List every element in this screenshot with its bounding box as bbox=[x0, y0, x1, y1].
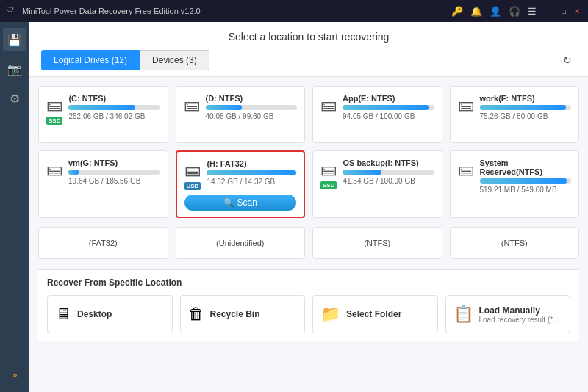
drive-size-OSI: 41.54 GB / 100.00 GB bbox=[343, 177, 434, 185]
recover-icon-desktop: 🖥 bbox=[55, 305, 71, 324]
scan-label: Scan bbox=[237, 197, 257, 208]
drive-card-workF[interactable]: 🖴 work(F: NTFS) 75.26 GB / 80.00 GB 🔍 Sc… bbox=[450, 86, 580, 143]
drive-size-H: 14.32 GB / 14.32 GB bbox=[207, 178, 296, 186]
recover-card-desktop[interactable]: 🖥 Desktop bbox=[47, 295, 173, 333]
drive-icon-D: 🖴 bbox=[184, 94, 200, 115]
drive-card-C[interactable]: 🖴 SSD (C: NTFS) 252.06 GB / 346.02 GB 🔍 … bbox=[38, 86, 168, 143]
drive-size-AppE: 94.05 GB / 100.00 GB bbox=[343, 112, 434, 120]
recover-icon-folder: 📁 bbox=[320, 305, 340, 324]
page-title: Select a location to start recovering bbox=[41, 31, 576, 43]
close-button[interactable]: ✕ bbox=[572, 6, 582, 16]
recover-icon-recycle: 🗑 bbox=[188, 305, 204, 324]
recover-label-desktop: Desktop bbox=[77, 309, 112, 319]
recover-text-manual: Load Manually Load recovery result (*... bbox=[479, 305, 559, 324]
drive-icon-AppE: 🖴 bbox=[320, 94, 337, 115]
drive-bar-wrap-AppE bbox=[343, 105, 434, 110]
small-drives-row: (FAT32)(Unidentified)(NTFS)(NTFS) bbox=[38, 227, 579, 259]
key-icon[interactable]: 🔑 bbox=[451, 6, 463, 17]
recover-icon-manual: 📋 bbox=[453, 305, 473, 324]
tab-devices[interactable]: Devices (3) bbox=[140, 50, 209, 70]
drive-card-inner: 🖴 System Reserved(NTFS) 519.21 MB / 549.… bbox=[458, 159, 572, 194]
drive-bar-H bbox=[207, 170, 296, 175]
small-drive-card-2[interactable]: (NTFS) bbox=[312, 227, 442, 259]
drive-card-inner: 🖴 SSD OS backup(I: NTFS) 41.54 GB / 100.… bbox=[320, 159, 434, 189]
drive-bar-D bbox=[206, 105, 243, 110]
drive-info-vmG: vm(G: NTFS) 19.64 GB / 185.56 GB bbox=[68, 159, 160, 185]
tab-logical-drives[interactable]: Logical Drives (12) bbox=[41, 50, 140, 70]
maximize-button[interactable]: □ bbox=[559, 6, 569, 16]
drive-name-workF: work(F: NTFS) bbox=[480, 94, 572, 103]
user-icon[interactable]: 👤 bbox=[490, 6, 501, 17]
drive-card-inner: 🖴 App(E: NTFS) 94.05 GB / 100.00 GB bbox=[320, 94, 434, 120]
app-title: MiniTool Power Data Recovery Free Editio… bbox=[22, 7, 451, 15]
recover-card-manual[interactable]: 📋 Load Manually Load recovery result (*.… bbox=[445, 295, 571, 333]
drive-icon-H: 🖴 USB bbox=[184, 159, 201, 190]
drive-icon-vmG: 🖴 bbox=[46, 159, 62, 179]
recover-section-title: Recover From Specific Location bbox=[47, 277, 570, 288]
drive-card-inner: 🖴 USB (H: FAT32) 14.32 GB / 14.32 GB bbox=[184, 159, 297, 190]
small-drive-card-3[interactable]: (NTFS) bbox=[450, 227, 580, 259]
drive-bar-wrap-H bbox=[207, 170, 296, 175]
scan-button-H[interactable]: 🔍 Scan bbox=[184, 195, 297, 211]
drive-info-H: (H: FAT32) 14.32 GB / 14.32 GB bbox=[207, 159, 296, 186]
drive-bar-AppE bbox=[343, 105, 429, 110]
refresh-button[interactable]: ↻ bbox=[559, 53, 576, 68]
scan-btn-wrap-H: 🔍 Scan bbox=[184, 195, 297, 211]
recover-text-desktop: Desktop bbox=[77, 309, 112, 319]
small-drive-card-0[interactable]: (FAT32) bbox=[38, 227, 168, 259]
sidebar-item-settings[interactable]: ⚙ bbox=[3, 87, 26, 110]
drive-card-OSI[interactable]: 🖴 SSD OS backup(I: NTFS) 41.54 GB / 100.… bbox=[312, 150, 442, 218]
drive-name-AppE: App(E: NTFS) bbox=[343, 94, 434, 103]
drive-bar-vmG bbox=[68, 170, 79, 175]
bell-icon[interactable]: 🔔 bbox=[470, 6, 482, 17]
recover-label-recycle: Recycle Bin bbox=[210, 309, 260, 319]
drive-card-vmG[interactable]: 🖴 vm(G: NTFS) 19.64 GB / 185.56 GB 🔍 Sca… bbox=[38, 150, 168, 218]
drives-scroll-area[interactable]: 🖴 SSD (C: NTFS) 252.06 GB / 346.02 GB 🔍 … bbox=[29, 77, 588, 392]
drive-card-D[interactable]: 🖴 (D: NTFS) 40.08 GB / 99.60 GB 🔍 Scan bbox=[176, 86, 306, 143]
headset-icon[interactable]: 🎧 bbox=[509, 6, 520, 17]
drive-card-SysR[interactable]: 🖴 System Reserved(NTFS) 519.21 MB / 549.… bbox=[450, 150, 580, 218]
titlebar-icons: 🔑 🔔 👤 🎧 ☰ bbox=[451, 6, 537, 17]
window-controls: — □ ✕ bbox=[545, 6, 582, 16]
recover-label-folder: Select Folder bbox=[346, 309, 401, 319]
drive-name-SysR: System Reserved(NTFS) bbox=[480, 159, 572, 176]
drive-card-H[interactable]: 🖴 USB (H: FAT32) 14.32 GB / 14.32 GB 🔍 S… bbox=[176, 150, 306, 218]
drive-card-AppE[interactable]: 🖴 App(E: NTFS) 94.05 GB / 100.00 GB 🔍 Sc… bbox=[312, 86, 442, 143]
drive-card-inner: 🖴 work(F: NTFS) 75.26 GB / 80.00 GB bbox=[458, 94, 572, 120]
drive-bar-wrap-OSI bbox=[343, 170, 434, 175]
drives-grid: 🖴 SSD (C: NTFS) 252.06 GB / 346.02 GB 🔍 … bbox=[38, 86, 579, 218]
drive-size-D: 40.08 GB / 99.60 GB bbox=[206, 112, 298, 120]
small-drive-card-1[interactable]: (Unidentified) bbox=[176, 227, 306, 259]
drive-size-vmG: 19.64 GB / 185.56 GB bbox=[68, 177, 160, 185]
drive-bar-wrap-C bbox=[68, 105, 159, 110]
titlebar: 🛡 MiniTool Power Data Recovery Free Edit… bbox=[0, 0, 588, 22]
drive-info-workF: work(F: NTFS) 75.26 GB / 80.00 GB bbox=[480, 94, 572, 120]
sidebar-item-recovery[interactable]: 💾 bbox=[3, 28, 26, 51]
tabs-row: Logical Drives (12) Devices (3) ↻ bbox=[41, 50, 576, 70]
sidebar-expand-button[interactable]: » bbox=[12, 370, 18, 380]
drive-card-inner: 🖴 vm(G: NTFS) 19.64 GB / 185.56 GB bbox=[46, 159, 160, 185]
drive-bar-C bbox=[68, 105, 135, 110]
recover-card-folder[interactable]: 📁 Select Folder bbox=[312, 295, 438, 333]
drive-name-H: (H: FAT32) bbox=[207, 159, 296, 168]
drive-info-AppE: App(E: NTFS) 94.05 GB / 100.00 GB bbox=[343, 94, 434, 120]
menu-icon[interactable]: ☰ bbox=[528, 6, 537, 17]
sidebar-item-media[interactable]: 📷 bbox=[3, 57, 26, 81]
drive-badge-C: SSD bbox=[46, 117, 62, 125]
drive-name-vmG: vm(G: NTFS) bbox=[68, 159, 160, 167]
recover-card-recycle[interactable]: 🗑 Recycle Bin bbox=[180, 295, 306, 333]
minimize-button[interactable]: — bbox=[545, 6, 556, 16]
drive-name-OSI: OS backup(I: NTFS) bbox=[343, 159, 434, 167]
drive-bar-wrap-workF bbox=[480, 105, 572, 110]
small-drive-label-3: (NTFS) bbox=[501, 239, 528, 247]
drive-bar-wrap-D bbox=[206, 105, 298, 110]
drive-card-inner: 🖴 SSD (C: NTFS) 252.06 GB / 346.02 GB bbox=[46, 94, 160, 125]
drive-name-C: (C: NTFS) bbox=[68, 94, 159, 103]
app-icon: 🛡 bbox=[6, 5, 18, 17]
drive-bar-SysR bbox=[480, 178, 567, 184]
content-area: Select a location to start recovering Lo… bbox=[29, 22, 588, 392]
content-header: Select a location to start recovering Lo… bbox=[29, 22, 588, 77]
drive-bar-OSI bbox=[343, 170, 381, 175]
sidebar: 💾 📷 ⚙ » bbox=[0, 22, 29, 392]
drive-name-D: (D: NTFS) bbox=[206, 94, 298, 103]
